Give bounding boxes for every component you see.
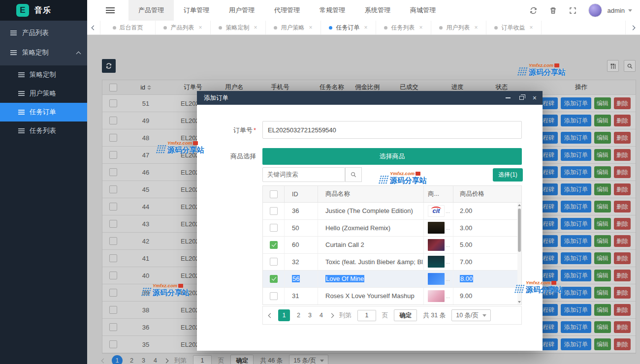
select-count-button[interactable]: 选择(1) bbox=[493, 168, 523, 182]
tab-close-icon[interactable]: × bbox=[364, 24, 367, 31]
row-checkbox[interactable] bbox=[270, 241, 278, 249]
row-checkbox-cell bbox=[263, 237, 285, 253]
goto-page-input[interactable] bbox=[357, 310, 376, 321]
tab[interactable]: 任务订单× bbox=[321, 21, 376, 34]
chevron-up-icon bbox=[76, 51, 81, 56]
product-name-text: Love Of Mine bbox=[325, 275, 364, 282]
refresh-icon[interactable] bbox=[529, 6, 538, 15]
row-checkbox-cell bbox=[263, 254, 285, 271]
row-checkbox[interactable] bbox=[270, 207, 278, 215]
tab-label: 后台首页 bbox=[120, 24, 143, 32]
select-all-checkbox[interactable] bbox=[270, 190, 278, 198]
maximize-icon[interactable] bbox=[519, 96, 524, 100]
app-logo: E bbox=[16, 4, 29, 17]
topbar: 产品管理订单管理用户管理代理管理常规管理系统管理商城管理 admin bbox=[87, 0, 640, 21]
page-number[interactable]: 3 bbox=[307, 312, 313, 319]
sidebar-subitem[interactable]: 用户策略 bbox=[0, 84, 87, 103]
nav-item[interactable]: 商城管理 bbox=[400, 0, 446, 21]
total-count-label: 共 31 条 bbox=[423, 311, 446, 320]
ellipsis: ... bbox=[446, 208, 450, 214]
nav-item[interactable]: 代理管理 bbox=[264, 0, 310, 21]
product-thumbnail bbox=[428, 222, 445, 234]
tab[interactable]: 后台首页 bbox=[100, 21, 156, 34]
tab[interactable]: 订单收益× bbox=[486, 21, 542, 34]
scroll-down-icon[interactable] bbox=[518, 301, 521, 303]
row-checkbox[interactable] bbox=[270, 292, 278, 300]
choose-product-button[interactable]: 选择商品 bbox=[262, 148, 522, 165]
product-price: 5.00 bbox=[453, 237, 518, 253]
list-icon bbox=[18, 72, 25, 73]
header-checkbox-cell bbox=[263, 186, 285, 202]
user-name: admin bbox=[608, 7, 625, 14]
tab-dot-icon bbox=[494, 26, 498, 30]
sidebar-item-label: 策略定制 bbox=[22, 48, 49, 57]
product-thumbnail bbox=[428, 256, 445, 268]
sidebar-item[interactable]: 策略定制 bbox=[0, 43, 87, 62]
product-row: 32Toxic (feat. Justin Bieber &amp; Bl...… bbox=[263, 254, 521, 271]
user-menu[interactable]: admin bbox=[608, 7, 632, 14]
product-price: 3.00 bbox=[453, 220, 518, 237]
scroll-up-icon[interactable] bbox=[518, 204, 521, 206]
tab-close-icon[interactable]: × bbox=[309, 24, 312, 31]
sidebar-subitem[interactable]: 任务订单 bbox=[0, 103, 87, 121]
minimize-icon[interactable] bbox=[506, 97, 511, 98]
page-prev-icon[interactable] bbox=[269, 312, 272, 319]
tab[interactable]: 用户策略× bbox=[266, 21, 321, 34]
tab[interactable]: 用户列表× bbox=[431, 21, 486, 34]
tab-close-icon[interactable]: × bbox=[474, 24, 478, 31]
tab-close-icon[interactable]: × bbox=[419, 24, 422, 31]
row-checkbox[interactable] bbox=[270, 258, 278, 266]
product-table: ID商品名称商...商品价格 36Justice (The Complete E… bbox=[262, 185, 522, 305]
product-row: 31Roses X Love Yourself Mashup...9.00 bbox=[263, 288, 521, 305]
trash-icon[interactable] bbox=[549, 6, 557, 15]
tabs-scroll-right[interactable] bbox=[625, 21, 640, 34]
product-name: Justice (The Complete Edition) bbox=[318, 203, 424, 219]
sidebar-subitem-label: 用户策略 bbox=[30, 89, 56, 98]
product-table-scrollbar[interactable] bbox=[517, 203, 521, 304]
tabs-scroll-left[interactable] bbox=[87, 21, 100, 34]
tab-dot-icon bbox=[274, 26, 277, 30]
row-checkbox[interactable] bbox=[270, 275, 278, 283]
column-header: 商品名称 bbox=[318, 186, 424, 202]
page-next-icon[interactable] bbox=[330, 312, 333, 319]
menu-toggle-icon[interactable] bbox=[106, 7, 115, 8]
page-number[interactable]: 1 bbox=[278, 309, 290, 321]
row-checkbox-cell bbox=[263, 288, 285, 305]
list-icon bbox=[18, 128, 25, 129]
tab[interactable]: 任务列表× bbox=[376, 21, 431, 34]
page-number[interactable]: 2 bbox=[296, 312, 301, 319]
keyword-search-input[interactable] bbox=[262, 167, 345, 182]
tab-label: 产品列表 bbox=[170, 24, 194, 32]
row-checkbox[interactable] bbox=[270, 224, 278, 232]
row-checkbox-cell bbox=[263, 271, 285, 287]
tab[interactable]: 策略定制× bbox=[211, 21, 266, 34]
sidebar-item[interactable]: 产品列表 bbox=[0, 23, 87, 43]
nav-item[interactable]: 订单管理 bbox=[174, 0, 219, 21]
product-id: 31 bbox=[285, 288, 318, 305]
fullscreen-icon[interactable] bbox=[569, 6, 577, 15]
tab[interactable]: 产品列表× bbox=[156, 21, 211, 34]
tab-label: 订单收益 bbox=[501, 24, 525, 32]
nav-item[interactable]: 用户管理 bbox=[219, 0, 264, 21]
nav-item[interactable]: 产品管理 bbox=[128, 0, 174, 21]
sidebar: E 音乐 产品列表策略定制 策略定制用户策略任务订单任务列表 bbox=[0, 0, 87, 364]
scrollbar-thumb[interactable] bbox=[518, 209, 521, 252]
list-icon bbox=[18, 91, 25, 92]
tab-close-icon[interactable]: × bbox=[198, 24, 202, 31]
tab-dot-icon bbox=[329, 26, 332, 30]
product-name-text: Roses X Love Yourself Mashup bbox=[325, 292, 415, 300]
order-no-input[interactable] bbox=[262, 121, 522, 139]
page-number[interactable]: 4 bbox=[319, 312, 324, 319]
sidebar-subitem[interactable]: 任务列表 bbox=[0, 121, 87, 140]
page-size-select[interactable]: 10 条/页 bbox=[451, 309, 491, 321]
sidebar-subitem[interactable]: 策略定制 bbox=[0, 65, 87, 84]
nav-item[interactable]: 常规管理 bbox=[310, 0, 355, 21]
nav-item[interactable]: 系统管理 bbox=[355, 0, 400, 21]
tab-close-icon[interactable]: × bbox=[254, 24, 257, 31]
close-icon[interactable]: × bbox=[533, 94, 537, 101]
keyword-search-button[interactable] bbox=[345, 167, 362, 182]
tab-close-icon[interactable]: × bbox=[529, 24, 533, 31]
avatar[interactable] bbox=[588, 3, 602, 17]
logo-bar: E 音乐 bbox=[0, 0, 87, 21]
confirm-button[interactable]: 确定 bbox=[394, 309, 417, 321]
